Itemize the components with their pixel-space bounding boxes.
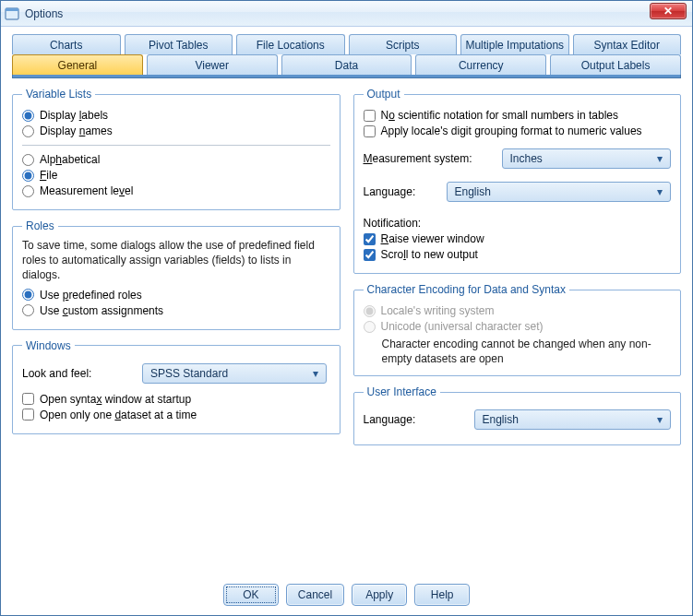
tab-output-labels[interactable]: Output Labels	[550, 54, 681, 75]
combo-look-and-feel[interactable]: SPSS Standard ▾	[142, 363, 327, 384]
check-open-one-dataset-label: Open only one dataset at a time	[40, 409, 197, 421]
group-character-encoding-legend: Character Encoding for Data and Syntax	[364, 283, 569, 296]
chevron-down-icon: ▾	[653, 152, 666, 165]
group-character-encoding: Character Encoding for Data and Syntax L…	[353, 283, 682, 376]
check-digit-grouping-input[interactable]	[364, 125, 376, 137]
field-measurement-system: Measurement system: Inches ▾	[364, 148, 672, 169]
radio-display-labels[interactable]: Display labels	[22, 109, 330, 122]
titlebar[interactable]: Options ✕	[1, 1, 692, 27]
tab-data[interactable]: Data	[281, 54, 412, 75]
left-column: Variable Lists Display labels Display na…	[12, 88, 341, 575]
radio-custom-assignments-label: Use custom assignments	[40, 304, 163, 317]
tab-general[interactable]: General	[12, 54, 143, 75]
check-open-syntax-startup[interactable]: Open syntax window at startup	[22, 393, 330, 406]
chevron-down-icon: ▾	[309, 367, 322, 380]
radio-predefined-roles-input[interactable]	[22, 289, 34, 301]
ok-button[interactable]: OK	[223, 584, 279, 606]
radio-measurement-level[interactable]: Measurement level	[22, 184, 330, 197]
radio-locale-writing-system: Locale's writing system	[364, 304, 672, 317]
radio-unicode-input	[364, 321, 376, 333]
group-roles-legend: Roles	[22, 219, 58, 232]
variable-lists-divider	[22, 145, 330, 146]
tab-underline	[12, 75, 681, 78]
chevron-down-icon: ▾	[653, 185, 666, 198]
radio-custom-assignments[interactable]: Use custom assignments	[22, 304, 330, 317]
encoding-info: Character encoding cannot be changed whe…	[382, 337, 672, 366]
check-open-one-dataset[interactable]: Open only one dataset at a time	[22, 409, 330, 421]
radio-display-names-input[interactable]	[22, 125, 34, 137]
radio-unicode-label: Unicode (universal character set)	[381, 320, 544, 333]
radio-unicode: Unicode (universal character set)	[364, 320, 672, 333]
check-digit-grouping[interactable]: Apply locale's digit grouping format to …	[364, 124, 672, 137]
radio-measurement-level-label: Measurement level	[40, 184, 133, 197]
radio-predefined-roles[interactable]: Use predefined roles	[22, 289, 330, 302]
check-open-one-dataset-input[interactable]	[22, 409, 34, 421]
field-output-language: Language: English ▾	[364, 182, 672, 202]
radio-custom-assignments-input[interactable]	[22, 304, 34, 316]
check-scroll-new-output-input[interactable]	[364, 249, 376, 261]
title-text: Options	[25, 7, 63, 20]
panels: Variable Lists Display labels Display na…	[12, 88, 681, 575]
field-look-and-feel: Look and feel: SPSS Standard ▾	[22, 363, 330, 384]
radio-locale-writing-system-label: Locale's writing system	[381, 304, 495, 317]
tab-multiple-imputations[interactable]: Multiple Imputations	[460, 34, 569, 54]
check-scroll-new-output[interactable]: Scroll to new output	[364, 248, 672, 261]
radio-file-input[interactable]	[22, 170, 34, 182]
group-output: Output No scientific notation for small …	[353, 88, 682, 274]
options-dialog: Options ✕ Charts Pivot Tables File Locat…	[0, 0, 693, 616]
tab-scripts[interactable]: Scripts	[349, 34, 458, 54]
check-open-syntax-startup-input[interactable]	[22, 393, 34, 405]
radio-file-label: File	[40, 169, 57, 182]
combo-output-language-value: English	[455, 185, 491, 198]
ui-language-label: Language:	[364, 413, 474, 426]
combo-ui-language-value: English	[483, 413, 519, 426]
close-button[interactable]: ✕	[650, 3, 687, 19]
combo-look-and-feel-value: SPSS Standard	[150, 367, 228, 380]
check-raise-viewer[interactable]: Raise viewer window	[364, 232, 672, 245]
radio-measurement-level-input[interactable]	[22, 185, 34, 197]
tab-charts[interactable]: Charts	[12, 34, 121, 54]
radio-display-names-label: Display names	[40, 124, 113, 137]
group-windows: Windows Look and feel: SPSS Standard ▾ O…	[12, 339, 341, 434]
tab-syntax-editor[interactable]: Syntax Editor	[573, 34, 682, 54]
group-user-interface-legend: User Interface	[364, 385, 440, 398]
app-icon	[5, 6, 19, 21]
cancel-button[interactable]: Cancel	[286, 584, 344, 606]
tab-viewer[interactable]: Viewer	[147, 54, 278, 75]
combo-measurement-system[interactable]: Inches ▾	[502, 148, 672, 169]
check-digit-grouping-label: Apply locale's digit grouping format to …	[381, 124, 642, 137]
close-icon: ✕	[663, 5, 673, 18]
field-ui-language: Language: English ▾	[364, 409, 672, 430]
check-raise-viewer-label: Raise viewer window	[381, 232, 484, 245]
radio-alphabetical[interactable]: Alphabetical	[22, 153, 330, 166]
help-button[interactable]: Help	[414, 584, 470, 606]
content-area: Charts Pivot Tables File Locations Scrip…	[1, 27, 692, 615]
check-no-scientific-input[interactable]	[364, 110, 376, 122]
tab-currency[interactable]: Currency	[415, 54, 546, 75]
combo-ui-language[interactable]: English ▾	[474, 409, 672, 430]
apply-button[interactable]: Apply	[352, 584, 407, 606]
tab-pivot-tables[interactable]: Pivot Tables	[125, 34, 233, 54]
measurement-system-label: Measurement system:	[364, 152, 502, 165]
tabs-row-1: Charts Pivot Tables File Locations Scrip…	[12, 34, 681, 54]
svg-rect-1	[6, 8, 18, 11]
radio-file[interactable]: File	[22, 169, 330, 182]
tab-file-locations[interactable]: File Locations	[236, 34, 345, 54]
radio-alphabetical-input[interactable]	[22, 154, 34, 166]
combo-output-language[interactable]: English ▾	[447, 182, 672, 202]
check-no-scientific[interactable]: No scientific notation for small numbers…	[364, 109, 672, 122]
tabs-row-2: General Viewer Data Currency Output Labe…	[12, 54, 681, 75]
chevron-down-icon: ▾	[653, 413, 666, 426]
check-open-syntax-startup-label: Open syntax window at startup	[40, 393, 191, 406]
notification-label: Notification:	[364, 217, 672, 230]
group-windows-legend: Windows	[22, 339, 75, 352]
button-bar: OK Cancel Apply Help	[12, 575, 681, 606]
radio-predefined-roles-label: Use predefined roles	[40, 289, 142, 302]
radio-display-labels-label: Display labels	[40, 109, 108, 122]
radio-display-names[interactable]: Display names	[22, 124, 330, 137]
check-raise-viewer-input[interactable]	[364, 233, 376, 245]
radio-locale-writing-system-input	[364, 305, 376, 317]
combo-measurement-system-value: Inches	[510, 152, 543, 165]
group-roles: Roles To save time, some dialogs allow t…	[12, 219, 341, 330]
radio-display-labels-input[interactable]	[22, 110, 34, 122]
